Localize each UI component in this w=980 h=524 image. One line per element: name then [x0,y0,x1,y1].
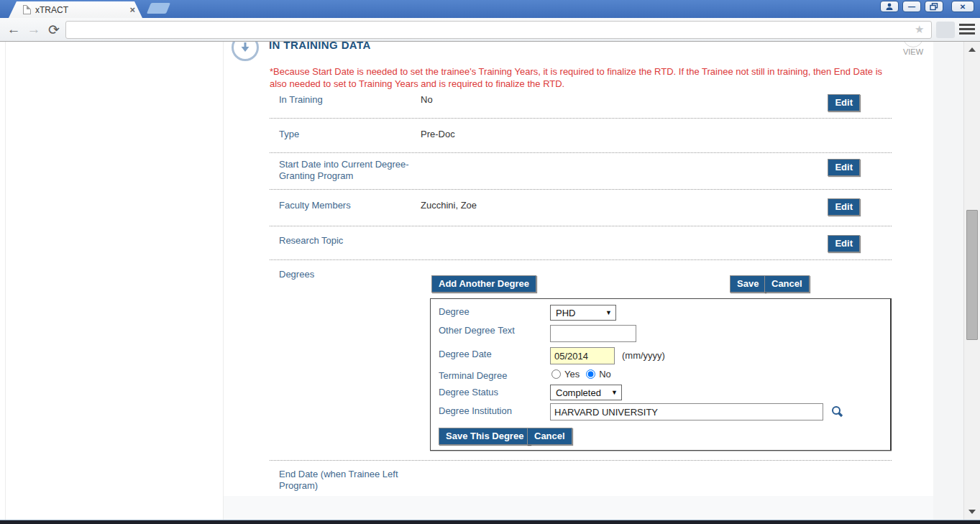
row-in-training: In TrainingNo Edit [270,88,892,119]
new-tab-button[interactable] [147,3,170,14]
view-button[interactable]: VIEW [897,42,929,56]
edit-faculty-members-button[interactable]: Edit [828,198,860,216]
research-topic-label: Research Topic [270,235,421,247]
degree-status-select[interactable]: Completed [550,385,622,400]
degree-label: Degree [439,306,470,317]
degrees-label: Degrees [279,269,314,280]
maximize-button[interactable] [925,1,943,12]
row-faculty-members: Faculty MembersZucchini, Zoe Edit [270,190,892,226]
degree-status-label: Degree Status [439,387,498,397]
other-degree-text-input[interactable] [550,325,636,342]
forward-icon[interactable]: → [24,20,43,39]
row-end-date: End Date (when Trainee Left Program) [270,461,892,492]
vertical-scrollbar[interactable] [963,42,980,520]
other-degree-text-label: Other Degree Text [439,325,515,336]
scrollbar-thumb[interactable] [966,210,978,340]
cancel-button[interactable]: Cancel [764,275,810,293]
sidebar-divider [223,42,224,520]
tab-title: xTRACT [35,5,129,15]
tab-close-icon[interactable]: × [129,5,135,14]
section-title: IN TRAINING DATA [269,42,371,51]
terminal-degree-yes-label: Yes [564,369,580,380]
cancel-degree-button[interactable]: Cancel [527,428,572,445]
degree-institution-label: Degree Institution [439,405,512,416]
back-icon[interactable]: ← [4,20,23,39]
page-gutter [933,42,963,520]
faculty-members-value: Zucchini, Zoe [421,200,477,211]
degree-date-label: Degree Date [439,349,492,359]
end-date-label: End Date (when Trainee Left Program) [270,469,403,492]
profile-icon[interactable] [880,1,899,12]
menu-icon[interactable] [959,24,975,37]
row-research-topic: Research Topic Edit [270,226,892,260]
page-content: IN TRAINING DATA VIEW *Because Start Dat… [0,42,980,520]
in-training-value: No [421,94,433,106]
browser-tab[interactable]: xTRACT × [9,1,142,18]
start-date-label: Start Date into Current Degree-Granting … [270,159,413,182]
row-type: TypePre-Doc [270,119,892,153]
in-training-label: In Training [270,94,421,106]
terminal-degree-no-radio[interactable] [586,369,595,379]
browser-tab-strip: xTRACT × — ✕ [0,0,980,18]
browser-action-button[interactable] [936,22,955,38]
degree-institution-input[interactable] [550,403,823,420]
page-icon [23,5,31,14]
edit-start-date-button[interactable]: Edit [828,159,860,176]
institution-search-icon[interactable] [830,405,844,422]
collapse-section-icon[interactable] [232,42,259,61]
scroll-down-icon[interactable] [968,510,976,514]
address-bar[interactable] [65,21,932,39]
content-bottom-gap [224,496,933,520]
taskbar-edge [0,520,980,524]
degree-date-format-hint: (mm/yyyy) [622,350,665,361]
reload-icon[interactable]: ⟳ [45,20,63,39]
degree-select[interactable]: PHD [550,305,616,321]
warning-message: *Because Start Date is needed to set the… [270,65,892,90]
terminal-degree-yes-radio[interactable] [551,369,561,379]
minimize-button[interactable]: — [902,1,921,12]
edit-in-training-button[interactable]: Edit [828,94,860,111]
edit-research-topic-button[interactable]: Edit [828,235,860,252]
bookmark-star-icon[interactable]: ★ [915,23,924,36]
close-button[interactable]: ✕ [951,1,974,12]
view-circle-icon [903,42,923,47]
row-degrees: Degrees Add Another Degree Save Cancel D… [270,260,892,461]
faculty-members-label: Faculty Members [270,200,421,211]
left-edge-line [5,42,6,520]
degree-form-panel: Degree PHD ▼ Other Degree Text Degree Da… [430,298,892,451]
type-label: Type [270,129,421,140]
add-another-degree-button[interactable]: Add Another Degree [431,275,536,293]
in-training-data-rows: In TrainingNo Edit TypePre-Doc Start Dat… [270,88,892,492]
degree-date-input[interactable] [550,347,615,364]
row-start-date: Start Date into Current Degree-Granting … [270,153,892,190]
terminal-degree-label: Terminal Degree [439,370,507,381]
terminal-degree-radio-group: Yes No [547,369,611,380]
save-this-degree-button[interactable]: Save This Degree [439,428,531,445]
save-button[interactable]: Save [730,275,766,293]
terminal-degree-no-label: No [599,369,611,380]
browser-toolbar: ← → ⟳ ★ [0,18,980,42]
view-label: VIEW [897,47,929,56]
type-value: Pre-Doc [421,129,455,140]
scroll-up-icon[interactable] [968,47,976,52]
